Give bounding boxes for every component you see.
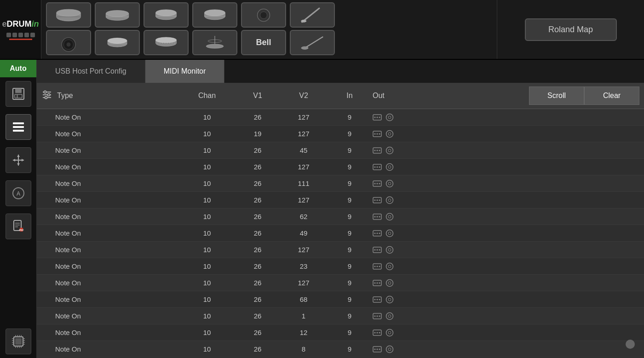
roland-map-area: Roland Map xyxy=(497,0,644,59)
save-svg xyxy=(12,87,25,101)
move-icon[interactable] xyxy=(6,147,31,173)
row-v1: 26 xyxy=(235,163,281,171)
row-type: Note On xyxy=(41,246,179,254)
svg-point-160 xyxy=(388,331,391,334)
drum-pad-3[interactable] xyxy=(144,2,189,28)
row-type: Note On xyxy=(41,163,179,171)
drum-pad-5[interactable] xyxy=(241,2,286,28)
table-header: Type Chan V1 V2 In Out Scroll Clear xyxy=(37,83,644,109)
row-v2: 127 xyxy=(281,196,327,204)
row-in: 9 xyxy=(327,279,373,287)
svg-rect-54 xyxy=(15,338,22,345)
row-v1: 26 xyxy=(235,113,281,121)
row-in: 9 xyxy=(327,262,373,270)
drum-pad-bell[interactable]: Bell xyxy=(241,30,286,55)
out-circle-icon xyxy=(385,229,394,237)
row-in: 9 xyxy=(327,229,373,237)
row-chan: 10 xyxy=(179,146,235,154)
row-v2: 127 xyxy=(281,163,327,171)
move-svg xyxy=(12,153,25,167)
chip-icon[interactable] xyxy=(6,329,31,354)
row-v1: 26 xyxy=(235,295,281,303)
list-svg xyxy=(12,120,25,134)
svg-point-76 xyxy=(45,96,47,98)
roland-map-button[interactable]: Roland Map xyxy=(525,18,617,41)
chan-col-header: Chan xyxy=(179,92,235,100)
row-v1: 26 xyxy=(235,229,281,237)
row-v1: 26 xyxy=(235,279,281,287)
drum-pad-11-icon xyxy=(299,34,326,52)
type-col-label: Type xyxy=(57,92,73,100)
drum-pad-11[interactable] xyxy=(290,30,335,55)
drum-pad-1[interactable] xyxy=(46,2,91,28)
drum-pad-7[interactable] xyxy=(46,30,91,55)
drum-pad-6-icon xyxy=(299,6,326,24)
svg-point-164 xyxy=(379,348,380,350)
table-area: Type Chan V1 V2 In Out Scroll Clear Note… xyxy=(37,83,644,358)
filter-icon[interactable] xyxy=(41,89,52,103)
drum-pad-10[interactable] xyxy=(192,30,237,55)
out-circle-icon xyxy=(385,130,394,138)
logo-red-line xyxy=(9,39,32,40)
row-in: 9 xyxy=(327,146,373,154)
drum-pad-2[interactable] xyxy=(95,2,140,28)
scroll-button[interactable]: Scroll xyxy=(529,87,584,105)
svg-marker-41 xyxy=(17,155,20,157)
svg-point-108 xyxy=(374,199,376,201)
auto-button[interactable]: Auto xyxy=(0,60,36,77)
row-v1: 26 xyxy=(235,312,281,320)
svg-point-81 xyxy=(386,114,393,121)
row-type: Note On xyxy=(41,196,179,204)
svg-point-96 xyxy=(374,166,376,167)
svg-point-92 xyxy=(379,150,380,151)
svg-point-140 xyxy=(379,282,380,283)
svg-point-22 xyxy=(108,38,127,43)
sidebar: Auto xyxy=(0,60,37,358)
row-type: Note On xyxy=(41,213,179,220)
save-icon[interactable] xyxy=(6,81,31,107)
svg-point-97 xyxy=(377,166,378,167)
svg-point-80 xyxy=(379,116,380,118)
tune-icon[interactable]: A xyxy=(6,180,31,206)
svg-point-141 xyxy=(386,279,393,286)
out-midi-icon xyxy=(373,312,382,320)
svg-point-12 xyxy=(205,10,225,16)
drum-pad-4[interactable] xyxy=(192,2,237,28)
row-out xyxy=(373,196,428,204)
tab-usb-host-port[interactable]: USB Host Port Config xyxy=(37,60,145,83)
out-circle-icon xyxy=(385,262,394,271)
list-view-icon[interactable] xyxy=(6,114,31,140)
row-v2: 49 xyxy=(281,229,327,237)
clear-button[interactable]: Clear xyxy=(584,87,639,105)
svg-point-16 xyxy=(301,19,306,22)
row-out xyxy=(373,130,428,138)
svg-point-157 xyxy=(377,332,378,333)
scroll-indicator xyxy=(626,340,635,349)
out-circle-icon xyxy=(385,213,394,221)
row-type: Note On xyxy=(41,279,179,287)
table-row: Note On 10 26 127 9 xyxy=(37,109,644,126)
v1-col-header: V1 xyxy=(235,92,281,100)
drum-pad-6[interactable] xyxy=(290,2,335,28)
svg-point-123 xyxy=(386,230,393,237)
drum-pad-9[interactable] xyxy=(144,30,189,55)
row-v2: 127 xyxy=(281,130,327,138)
svg-point-122 xyxy=(379,232,380,234)
svg-point-138 xyxy=(374,282,376,283)
pdf-icon[interactable]: PDF xyxy=(6,214,31,239)
svg-point-139 xyxy=(377,282,378,283)
out-circle-icon xyxy=(385,345,394,353)
tab-midi-monitor[interactable]: MIDI Monitor xyxy=(145,60,225,83)
svg-rect-33 xyxy=(15,88,22,93)
row-v2: 62 xyxy=(281,213,327,220)
row-out xyxy=(373,345,428,353)
out-circle-icon xyxy=(385,329,394,337)
out-col-header: Out xyxy=(373,92,428,100)
svg-point-136 xyxy=(388,265,391,268)
out-midi-icon xyxy=(373,114,382,121)
out-midi-icon xyxy=(373,246,382,254)
row-type: Note On xyxy=(41,130,179,138)
row-out xyxy=(373,295,428,304)
svg-point-129 xyxy=(386,246,393,253)
drum-pad-8[interactable] xyxy=(95,30,140,55)
